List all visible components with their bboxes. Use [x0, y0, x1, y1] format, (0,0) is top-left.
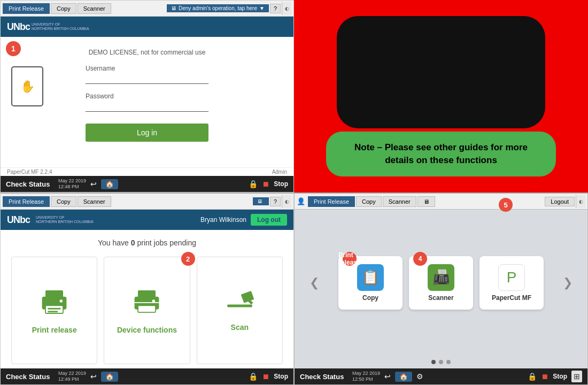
password-label: Password: [86, 93, 208, 100]
app-label-copy: Copy: [362, 294, 378, 302]
function-card-print[interactable]: Print release: [11, 257, 97, 364]
panel-footer-1: PaperCut MF 2.2.4 Admin: [1, 167, 293, 176]
step-badge-2: 2: [181, 252, 195, 266]
home-button-2[interactable]: 🏠: [101, 372, 118, 382]
dot-2[interactable]: [439, 360, 443, 364]
corner-button-2[interactable]: ◐: [282, 195, 291, 208]
tab-copy-1[interactable]: Copy: [51, 3, 76, 14]
logout-button[interactable]: Log out: [251, 214, 287, 226]
svg-rect-4: [48, 311, 58, 312]
back-icon-1[interactable]: ↩: [90, 180, 97, 188]
status-bar-title-1: Check Status: [6, 180, 54, 188]
stop-label-2[interactable]: Stop: [274, 373, 288, 380]
tab-print-release-3[interactable]: Print Release: [308, 196, 355, 207]
badge-copy: Print release: [343, 252, 357, 266]
back-icon-3[interactable]: ↩: [384, 372, 391, 381]
tab-scanner-3[interactable]: Scanner: [383, 196, 416, 207]
grid-icon[interactable]: ⊞: [571, 371, 582, 382]
lock-icon-3[interactable]: 🔒: [528, 372, 537, 381]
printer-icon: [40, 287, 69, 321]
svg-rect-11: [142, 292, 152, 294]
tab-scanner-2[interactable]: Scanner: [78, 196, 111, 207]
logo-sub-1: UNIVERSITY OF NORTHERN BRITISH COLUMBIA: [32, 22, 89, 30]
status-bar-time-2: May 22 2019 12:49 PM: [58, 371, 86, 382]
note-bubble: Note – Please see other guides for more …: [326, 132, 556, 176]
password-field-container: Password: [86, 93, 208, 112]
stop-icon-2[interactable]: ⏹: [262, 372, 269, 381]
function-label-device: Device functions: [117, 326, 177, 334]
app-label-papercut: PaperCut MF: [492, 294, 531, 302]
username-label: Username: [86, 65, 208, 72]
lock-icon-1[interactable]: 🔒: [249, 180, 258, 188]
tab-print-release-2[interactable]: Print Release: [3, 196, 50, 207]
login-button[interactable]: Log in: [86, 124, 208, 142]
alert-arrow: ▼: [259, 5, 265, 11]
scan-icon: [225, 289, 254, 319]
alert-icon: 🖥: [171, 5, 176, 11]
app-card-copy[interactable]: Print release 📋 Copy: [338, 256, 403, 310]
password-input[interactable]: [86, 101, 208, 112]
stop-icon-3[interactable]: ⏹: [541, 372, 548, 381]
dot-1[interactable]: [431, 360, 436, 364]
tab-print-release-1[interactable]: Print Release: [3, 3, 50, 14]
function-card-device[interactable]: 2 Device functions: [104, 257, 190, 364]
tab-scanner-1[interactable]: Scanner: [78, 3, 111, 14]
function-card-scan[interactable]: Scan: [197, 257, 283, 364]
hand-icon-area: [11, 66, 43, 106]
gear-icon[interactable]: ⚙: [416, 372, 423, 381]
stop-label-3[interactable]: Stop: [553, 373, 567, 380]
stop-label-1[interactable]: Stop: [274, 180, 288, 188]
bottom-right-tab-bar: 👤 Print Release Copy Scanner 🖥 5 Logout …: [295, 194, 587, 210]
logged-in-user: Bryan Wilkinson: [200, 216, 246, 224]
tab-extra-3[interactable]: 🖥: [417, 196, 435, 207]
logo-sub-2: UNIVERSITY OF NORTHERN BRITISH COLUMBIA: [36, 215, 94, 224]
logo-text-1: UNbc: [7, 21, 30, 33]
status-bar-time-1: May 22 2019 12:48 PM: [58, 178, 86, 190]
svg-rect-8: [138, 305, 156, 312]
function-label-scan: Scan: [231, 323, 249, 332]
alert-banner[interactable]: 🖥 Deny admin's operation, tap here ▼: [167, 4, 269, 12]
admin-label: Admin: [272, 169, 287, 175]
dot-indicators: [295, 356, 587, 368]
back-icon-2[interactable]: ↩: [90, 372, 97, 381]
username-input[interactable]: [86, 73, 208, 84]
alert-icon-2[interactable]: 🖥: [253, 197, 269, 205]
logo-bar-1: UNbc UNIVERSITY OF NORTHERN BRITISH COLU…: [1, 17, 293, 37]
app-card-scanner[interactable]: 4 📠 Scanner: [409, 256, 473, 310]
stop-icon-1[interactable]: ⏹: [262, 180, 269, 188]
arrow-right[interactable]: ❯: [559, 272, 577, 294]
status-bar-title-3: Check Status: [300, 373, 348, 381]
arrow-left[interactable]: ❮: [305, 272, 323, 294]
logout-button-br[interactable]: Logout: [545, 197, 575, 206]
user-icon-br: 👤: [297, 197, 305, 205]
login-panel: 1 DEMO LICENSE, not for commercial use U…: [1, 37, 293, 167]
papercut-version: PaperCut MF 2.2.4: [7, 169, 52, 175]
question-button-1[interactable]: ?: [270, 4, 281, 13]
copy-icon: 📋: [357, 264, 384, 291]
panel-bottom-right: 👤 Print Release Copy Scanner 🖥 5 Logout …: [294, 192, 588, 385]
top-left-tab-bar: Print Release Copy Scanner 🖥 Deny admin'…: [1, 1, 293, 17]
home-button-1[interactable]: 🏠: [101, 179, 118, 189]
corner-button-3[interactable]: ◐: [576, 195, 585, 208]
pending-count: 0: [131, 238, 135, 247]
app-cards: Print release 📋 Copy 4 📠 Scanner P Paper…: [323, 256, 559, 310]
app-card-papercut[interactable]: P PaperCut MF: [479, 256, 544, 310]
tab-copy-2[interactable]: Copy: [51, 196, 76, 207]
status-bar-1: Check Status May 22 2019 12:48 PM ↩ 🏠 🔒 …: [1, 176, 293, 192]
bottom-left-tab-bar: Print Release Copy Scanner 🖥 ? ◐: [1, 194, 293, 210]
status-bar-title-2: Check Status: [6, 373, 54, 381]
function-label-print: Print release: [32, 326, 77, 334]
panel-top-right: Note – Please see other guides for more …: [294, 0, 588, 192]
demo-notice: DEMO LICENSE, not for commercial use: [89, 49, 206, 56]
corner-button-1[interactable]: ◐: [282, 2, 291, 15]
svg-point-10: [152, 299, 156, 303]
home-button-3[interactable]: 🏠: [395, 372, 412, 382]
tab-copy-3[interactable]: Copy: [356, 196, 382, 207]
question-button-2[interactable]: ?: [270, 197, 281, 206]
dot-3[interactable]: [446, 360, 451, 364]
step-badge-1: 1: [6, 41, 21, 56]
scanner-icon: 📠: [428, 264, 454, 291]
device-icon: [132, 287, 161, 321]
lock-icon-2[interactable]: 🔒: [249, 372, 258, 381]
status-bar-2: Check Status May 22 2019 12:49 PM ↩ 🏠 🔒 …: [1, 368, 293, 384]
